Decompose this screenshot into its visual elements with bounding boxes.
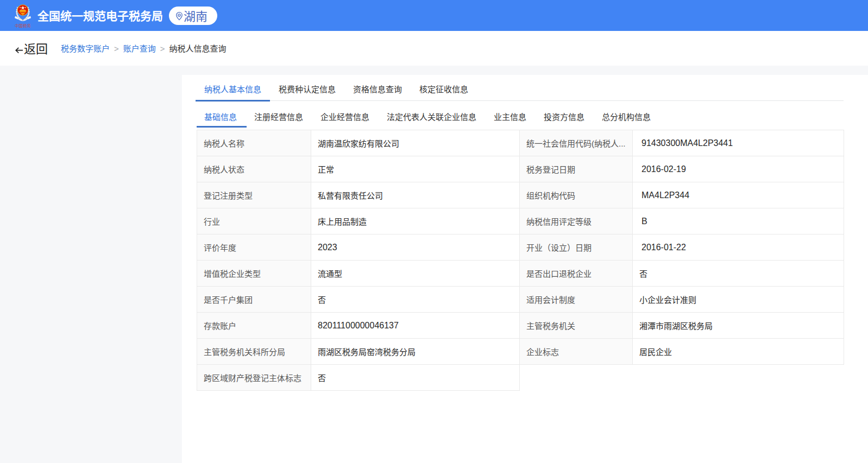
- svg-text:中国税务: 中国税务: [15, 22, 31, 28]
